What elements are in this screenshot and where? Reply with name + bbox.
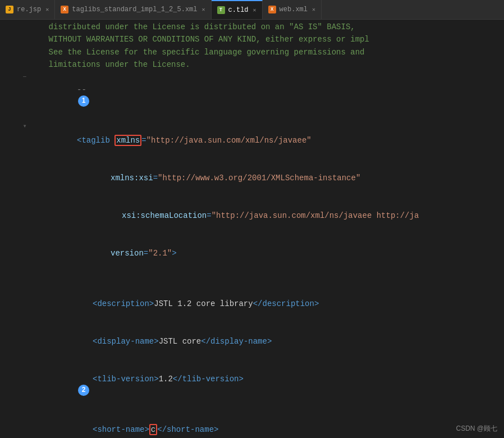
line-code-8: xsi:schemaLocation="http://java.sun.com/… xyxy=(30,197,504,234)
highlight-xmlns: xmlns xyxy=(114,135,141,146)
code-line-14: <short-name>c</short-name> xyxy=(0,410,504,438)
code-line-6: ▾ <taglib xmlns="http://java.sun.com/xml… xyxy=(0,121,504,159)
tab-label-taglibs-xml: taglibs_standard_impl_1_2_5.xml xyxy=(72,6,197,13)
watermark: CSDN @顾七 xyxy=(456,424,497,434)
line-code-13: <tlib-version>1.2</tlib-version> 2 xyxy=(30,361,504,411)
annotation-badge-2: 2 xyxy=(78,385,89,396)
line-code-10 xyxy=(30,272,504,285)
tab-icon-taglibs-xml: X xyxy=(61,6,68,13)
tab-label-c-tld: c.tld xyxy=(228,6,249,14)
tab-icon-c-tld: T xyxy=(217,6,225,14)
tab-close-taglibs-xml[interactable]: ✕ xyxy=(202,6,205,13)
tab-c-tld[interactable]: T c.tld ✕ xyxy=(212,0,263,19)
fold-col-6: ▾ xyxy=(20,121,30,132)
editor-area: distributed under the License is distrib… xyxy=(0,20,504,438)
line-code-2: WITHOUT WARRANTIES OR CONDITIONS OF ANY … xyxy=(30,33,504,45)
tab-close-re-jsp[interactable]: ✕ xyxy=(45,6,49,13)
code-line-4: limitations under the License. xyxy=(0,58,504,71)
tab-close-c-tld[interactable]: ✕ xyxy=(253,7,256,13)
tab-label-re-jsp: re.jsp xyxy=(17,6,41,13)
line-code-4: limitations under the License. xyxy=(30,58,504,71)
tab-icon-jsp: J xyxy=(6,6,13,13)
tab-label-web-xml: web.xml xyxy=(280,6,308,13)
tab-bar: J re.jsp ✕ X taglibs_standard_impl_1_2_5… xyxy=(0,0,504,20)
line-code-5: -- 1 xyxy=(30,71,504,122)
line-code-14: <short-name>c</short-name> xyxy=(30,410,504,438)
code-line-7: xmlns:xsi="http://www.w3.org/2001/XMLSch… xyxy=(0,159,504,197)
code-line-2: WITHOUT WARRANTIES OR CONDITIONS OF ANY … xyxy=(0,33,504,45)
line-code-12: <display-name>JSTL core</display-name> xyxy=(30,322,504,360)
line-code-11: <description>JSTL 1.2 core library</desc… xyxy=(30,285,504,322)
code-line-8: xsi:schemaLocation="http://java.sun.com/… xyxy=(0,197,504,234)
code-line-13: <tlib-version>1.2</tlib-version> 2 xyxy=(0,361,504,411)
code-line-12: <display-name>JSTL core</display-name> xyxy=(0,322,504,360)
highlight-short-name-value: c xyxy=(149,424,157,435)
code-line-1: distributed under the License is distrib… xyxy=(0,21,504,33)
line-code-6: <taglib xmlns="http://java.sun.com/xml/n… xyxy=(30,121,504,159)
line-code-7: xmlns:xsi="http://www.w3.org/2001/XMLSch… xyxy=(30,159,504,197)
tab-re-jsp[interactable]: J re.jsp ✕ xyxy=(0,0,55,19)
code-line-10 xyxy=(0,272,504,285)
tab-close-web-xml[interactable]: ✕ xyxy=(312,6,315,13)
line-code-3: See the License for the specific languag… xyxy=(30,46,504,58)
line-code-1: distributed under the License is distrib… xyxy=(30,21,504,33)
code-line-9: version="2.1"> xyxy=(0,235,504,272)
annotation-badge-1: 1 xyxy=(78,95,89,107)
fold-col-5: – xyxy=(20,71,30,83)
line-code-9: version="2.1"> xyxy=(30,235,504,272)
code-line-3: See the License for the specific languag… xyxy=(0,46,504,58)
code-line-5: – -- 1 xyxy=(0,71,504,122)
tab-taglibs-xml[interactable]: X taglibs_standard_impl_1_2_5.xml ✕ xyxy=(55,0,211,19)
tab-icon-web-xml: X xyxy=(268,6,276,13)
code-line-11: <description>JSTL 1.2 core library</desc… xyxy=(0,285,504,322)
tab-web-xml[interactable]: X web.xml ✕ xyxy=(263,0,322,19)
